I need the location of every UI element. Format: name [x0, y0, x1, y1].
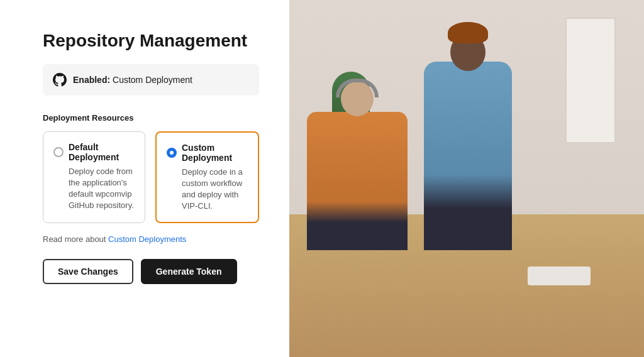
github-icon [53, 73, 67, 87]
main-panel: Repository Management Enabled: Custom De… [0, 0, 289, 357]
radio-inner-dot [170, 151, 174, 155]
person1-hat [448, 22, 488, 43]
default-deployment-title: Default Deployment [69, 142, 135, 162]
person2-body [307, 112, 408, 250]
custom-card-header: Custom Deployment [167, 143, 248, 163]
custom-deployment-card[interactable]: Custom Deployment Deploy code in a custo… [155, 131, 259, 224]
action-buttons: Save Changes Generate Token [43, 259, 259, 284]
status-text: Enabled: Custom Deployment [73, 75, 192, 85]
deployment-options: Default Deployment Deploy code from the … [43, 131, 259, 224]
default-radio[interactable] [53, 147, 64, 157]
photo-keyboard [528, 266, 591, 285]
person1-head [450, 33, 486, 71]
default-deployment-desc: Deploy code from the application's defau… [53, 166, 135, 212]
read-more-text: Read more about Custom Deployments [43, 234, 259, 244]
generate-token-button[interactable]: Generate Token [141, 259, 237, 284]
person2-head [341, 81, 374, 116]
page-title: Repository Management [43, 30, 259, 52]
photo-door [565, 18, 616, 143]
photo-panel [289, 0, 644, 357]
photo-background [289, 0, 644, 357]
person1-body [424, 62, 512, 250]
custom-radio[interactable] [167, 148, 177, 158]
deployment-resources-label: Deployment Resources [43, 113, 259, 123]
custom-deployment-desc: Deploy code in a custom workflow and dep… [167, 167, 248, 212]
custom-deployment-title: Custom Deployment [182, 143, 248, 163]
status-bar: Enabled: Custom Deployment [43, 64, 259, 96]
save-changes-button[interactable]: Save Changes [43, 259, 133, 284]
default-deployment-card[interactable]: Default Deployment Deploy code from the … [43, 131, 145, 224]
custom-deployments-link[interactable]: Custom Deployments [108, 234, 186, 244]
default-card-header: Default Deployment [53, 142, 135, 162]
